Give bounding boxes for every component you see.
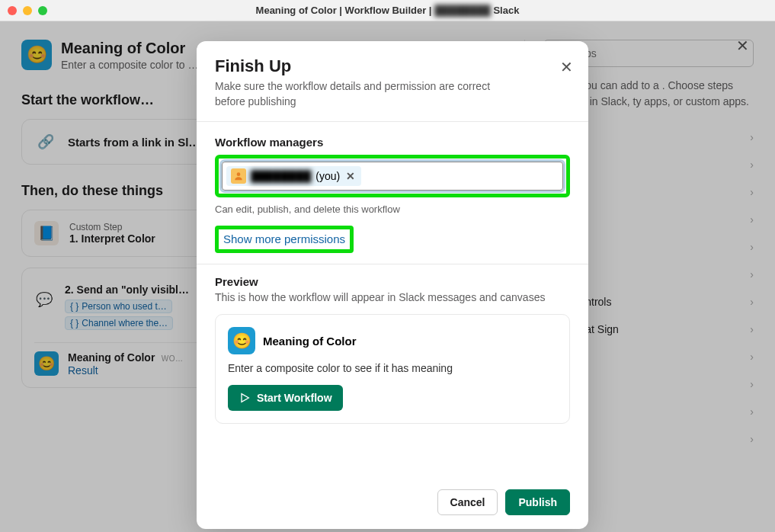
- traffic-lights: [8, 6, 47, 15]
- chip-remove-icon[interactable]: ✕: [344, 170, 357, 182]
- window-titlebar: Meaning of Color | Workflow Builder | ██…: [0, 0, 775, 21]
- managers-input[interactable]: ████████ (you) ✕: [222, 162, 563, 191]
- window-close-button[interactable]: [8, 6, 17, 15]
- preview-card: 😊 Meaning of Color Enter a composite col…: [215, 314, 570, 424]
- managers-label: Workflow managers: [215, 136, 570, 149]
- window-zoom-button[interactable]: [38, 6, 47, 15]
- manager-you-label: (you): [315, 170, 340, 182]
- cancel-button[interactable]: Cancel: [437, 489, 498, 515]
- preview-workflow-title: Meaning of Color: [263, 335, 357, 348]
- manager-chip: ████████ (you) ✕: [226, 166, 361, 186]
- manager-name: ████████: [251, 170, 311, 182]
- play-icon: [239, 392, 251, 404]
- modal-subtitle: Make sure the workflow details and permi…: [215, 79, 520, 109]
- modal-close-button[interactable]: ✕: [560, 58, 573, 76]
- svg-marker-1: [242, 394, 248, 402]
- preview-label: Preview: [215, 275, 570, 288]
- modal-title: Finish Up: [215, 56, 570, 76]
- window-title: Meaning of Color | Workflow Builder | ██…: [0, 5, 775, 16]
- highlight-managers-input: ████████ (you) ✕: [215, 155, 570, 197]
- start-workflow-button[interactable]: Start Workflow: [228, 385, 343, 411]
- preview-description: This is how the workflow will appear in …: [215, 291, 570, 303]
- show-more-permissions-link[interactable]: Show more permissions: [223, 232, 345, 245]
- avatar-icon: [231, 168, 246, 184]
- divider: [197, 264, 588, 264]
- finish-up-modal: Finish Up Make sure the workflow details…: [197, 41, 588, 529]
- managers-help-text: Can edit, publish, and delete this workf…: [215, 204, 570, 215]
- preview-workflow-subtitle: Enter a composite color to see if it has…: [228, 362, 557, 374]
- preview-workflow-icon: 😊: [228, 327, 255, 354]
- window-minimize-button[interactable]: [23, 6, 32, 15]
- highlight-show-more: Show more permissions: [215, 226, 354, 253]
- svg-point-0: [237, 173, 241, 177]
- publish-button[interactable]: Publish: [505, 489, 570, 515]
